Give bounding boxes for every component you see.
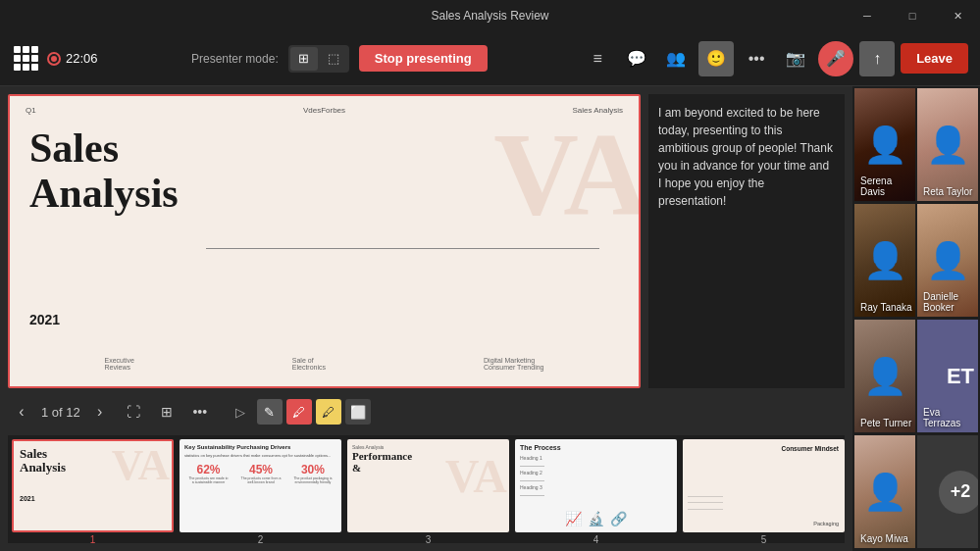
participant-name-reta: Reta Taylor bbox=[923, 186, 972, 197]
close-button[interactable]: ✕ bbox=[935, 0, 980, 31]
recording-dot bbox=[47, 52, 61, 66]
participant-name-kayo: Kayo Miwa bbox=[860, 533, 908, 544]
drawing-tools: ▷ ✎ 🖊 🖊 ⬜ bbox=[228, 399, 371, 425]
eraser-tool[interactable]: ⬜ bbox=[345, 399, 371, 425]
fullscreen-button[interactable]: ⛶ bbox=[120, 398, 147, 426]
slide-q1: Q1 bbox=[26, 106, 36, 115]
slide-thumbnails: VA SalesAnalysis 2021 1 Key Sustainabili… bbox=[8, 435, 845, 543]
speaker-notes: I am beyond excited to be here today, pr… bbox=[648, 94, 845, 388]
minimize-button[interactable]: ─ bbox=[845, 0, 890, 31]
participant-tile-ray[interactable]: 👤 Ray Tanaka bbox=[854, 204, 915, 317]
participant-tile-serena[interactable]: 👤 Serena Davis bbox=[854, 88, 915, 201]
main-slide: Q1 VdesForbes Sales Analysis Sales Analy… bbox=[8, 94, 641, 388]
participant-tile-pete[interactable]: 👤 Pete Turner bbox=[854, 320, 915, 432]
toolbar-left: 22:06 bbox=[12, 45, 98, 73]
more-participants: +2 bbox=[917, 435, 978, 548]
thumbnail-5[interactable]: Consumer Mindset ———————————————————————… bbox=[683, 439, 845, 539]
thumbnail-1[interactable]: VA SalesAnalysis 2021 1 bbox=[12, 439, 174, 539]
presenter-mode-side[interactable]: ⬚ bbox=[320, 47, 347, 71]
title-bar: Sales Analysis Review ─ □ ✕ bbox=[0, 0, 980, 31]
participant-tile-more[interactable]: +2 bbox=[917, 435, 978, 548]
mute-button[interactable]: 🎤 bbox=[818, 41, 853, 76]
slide-count: 1 of 12 bbox=[41, 405, 80, 420]
participant-tile-kayo[interactable]: 👤 Kayo Miwa bbox=[854, 435, 915, 548]
toolbar: 22:06 Presenter mode: ⊞ ⬚ Stop presentin… bbox=[0, 31, 980, 86]
presenter-mode-toggle: ⊞ ⬚ bbox=[288, 45, 349, 73]
participant-initials-eva: ET bbox=[947, 364, 974, 389]
apps-button[interactable] bbox=[12, 45, 39, 73]
participants-panel: 👤 Serena Davis 👤 Reta Taylor 👤 Ray Tanak… bbox=[852, 86, 980, 551]
pointer-tool[interactable]: ▷ bbox=[228, 399, 253, 425]
toolbar-center: Presenter mode: ⊞ ⬚ Stop presenting bbox=[106, 45, 574, 73]
yellow-marker-tool[interactable]: 🖊 bbox=[316, 399, 341, 425]
thumbnail-5-number: 5 bbox=[683, 534, 845, 543]
slide-controls: ‹ 1 of 12 › ⛶ ⊞ ••• ▷ ✎ 🖊 🖊 ⬜ bbox=[8, 394, 845, 429]
window-controls: ─ □ ✕ bbox=[845, 0, 980, 31]
more-button[interactable]: ••• bbox=[740, 42, 773, 75]
slide-content: Q1 VdesForbes Sales Analysis Sales Analy… bbox=[10, 96, 639, 386]
apps-grid-icon bbox=[14, 46, 38, 71]
slide-underline bbox=[206, 248, 599, 249]
thumbnail-3-image: Sales Analysis Performance& VA bbox=[347, 439, 509, 532]
participant-tile-danielle[interactable]: 👤 Danielle Booker bbox=[917, 204, 978, 317]
app-title: Sales Analysis Review bbox=[431, 9, 548, 23]
notes-text: I am beyond excited to be here today, pr… bbox=[658, 104, 835, 210]
reactions-button[interactable]: 🙂 bbox=[698, 41, 734, 76]
slide-year: 2021 bbox=[29, 312, 60, 327]
thumbnail-4-image: The Process Heading 1—————Heading 2—————… bbox=[515, 439, 677, 532]
maximize-button[interactable]: □ bbox=[890, 0, 935, 31]
participant-tile-reta[interactable]: 👤 Reta Taylor bbox=[917, 88, 978, 201]
prev-slide-button[interactable]: ‹ bbox=[8, 398, 35, 426]
thumbnail-2-number: 2 bbox=[180, 534, 341, 543]
thumbnail-1-number: 1 bbox=[12, 534, 174, 543]
leave-button[interactable]: Leave bbox=[901, 43, 968, 74]
participant-name-eva: Eva Terrazas bbox=[923, 407, 978, 428]
presenter-mode-screen[interactable]: ⊞ bbox=[290, 47, 318, 71]
slide-notes-row: Q1 VdesForbes Sales Analysis Sales Analy… bbox=[8, 94, 845, 388]
thumbnail-1-image: VA SalesAnalysis 2021 bbox=[12, 439, 174, 532]
call-timer: 22:06 bbox=[47, 51, 98, 66]
thumbnail-4[interactable]: The Process Heading 1—————Heading 2—————… bbox=[515, 439, 677, 539]
pencil-tool[interactable]: ✎ bbox=[257, 399, 283, 425]
thumbnail-2[interactable]: Key Sustainability Purchasing Drivers st… bbox=[180, 439, 341, 539]
thumbnail-5-image: Consumer Mindset ———————————————————————… bbox=[683, 439, 845, 532]
next-slide-button[interactable]: › bbox=[86, 398, 114, 426]
thumbnail-2-image: Key Sustainability Purchasing Drivers st… bbox=[180, 439, 341, 532]
more-count: +2 bbox=[939, 471, 978, 514]
slide-title-label: Sales Analysis bbox=[572, 106, 623, 115]
chat-button[interactable]: 💬 bbox=[620, 42, 653, 75]
presentation-panel: Q1 VdesForbes Sales Analysis Sales Analy… bbox=[0, 86, 852, 551]
participant-name-danielle: Danielle Booker bbox=[923, 291, 978, 313]
share-button[interactable]: ↑ bbox=[859, 41, 895, 76]
participants-button[interactable]: 👥 bbox=[659, 42, 693, 75]
slide-footer: ExecutiveReviews Sale ofElectronics Digi… bbox=[26, 357, 623, 371]
participant-tile-eva[interactable]: ET Eva Terrazas bbox=[917, 320, 978, 432]
slide-watermark: VA bbox=[493, 116, 641, 233]
thumbnail-3[interactable]: Sales Analysis Performance& VA 3 bbox=[347, 439, 509, 539]
slide-brand: VdesForbes bbox=[303, 106, 345, 115]
thumbnail-3-number: 3 bbox=[347, 534, 509, 543]
slide-options-button[interactable]: ••• bbox=[186, 398, 214, 426]
content-area: Q1 VdesForbes Sales Analysis Sales Analy… bbox=[0, 86, 980, 551]
thumbnail-view-button[interactable]: ⊞ bbox=[153, 398, 181, 426]
toolbar-right: ≡ 💬 👥 🙂 ••• 📷 🎤 ↑ Leave bbox=[581, 41, 968, 76]
thumbnail-4-number: 4 bbox=[515, 534, 677, 543]
camera-button[interactable]: 📷 bbox=[779, 42, 812, 75]
participant-name-pete: Pete Turner bbox=[860, 418, 911, 428]
participant-name-serena: Serena Davis bbox=[860, 175, 915, 197]
participant-name-ray: Ray Tanaka bbox=[860, 302, 912, 313]
slide-main-title: Sales Analysis bbox=[29, 125, 179, 216]
more-options-button[interactable]: ≡ bbox=[581, 42, 614, 75]
red-marker-tool[interactable]: 🖊 bbox=[286, 399, 312, 425]
presenter-mode-label: Presenter mode: bbox=[191, 52, 279, 66]
stop-presenting-button[interactable]: Stop presenting bbox=[359, 45, 488, 72]
